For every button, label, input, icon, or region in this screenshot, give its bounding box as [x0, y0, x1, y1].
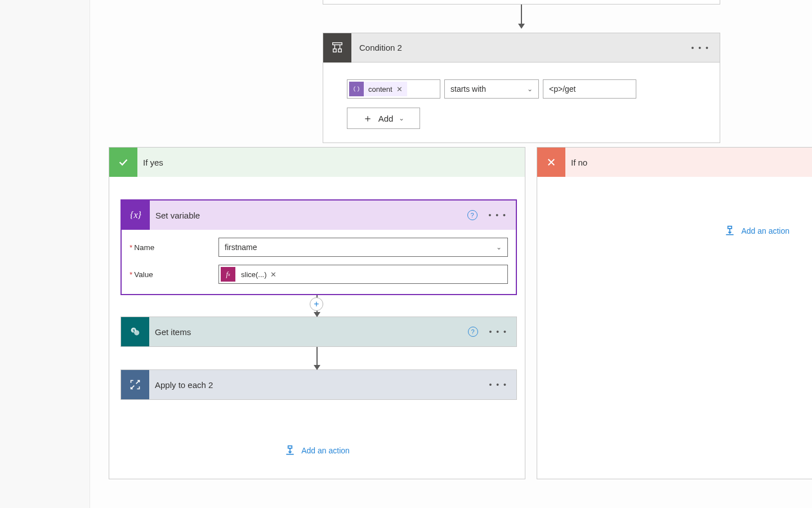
condition-value-input[interactable]: <p>/get [543, 79, 636, 99]
name-label: *Name [130, 243, 218, 252]
if-no-body: Add an action [537, 177, 812, 260]
variable-name-select[interactable]: firstname ⌄ [218, 238, 508, 257]
get-items-title: Get items [149, 327, 191, 337]
chevron-down-icon: ⌄ [527, 85, 533, 93]
condition-title: Condition 2 [351, 43, 402, 52]
set-variable-card[interactable]: {x} Set variable ? • • • *Name firstname [121, 199, 517, 295]
add-label: Add [378, 114, 394, 123]
help-icon[interactable]: ? [468, 327, 478, 337]
set-variable-title: Set variable [150, 211, 200, 220]
if-yes-header[interactable]: If yes [109, 148, 525, 177]
variable-icon: {x} [122, 200, 150, 230]
condition-value-text: <p>/get [549, 84, 576, 93]
connector [316, 347, 318, 369]
value-label: *Value [130, 270, 218, 279]
if-no-title: If no [565, 158, 587, 167]
fx-icon: fx [221, 267, 235, 282]
if-yes-branch: If yes {x} Set variable ? • • • [109, 147, 525, 479]
expression-token[interactable]: fx slice(...) ✕ [221, 267, 280, 282]
help-icon[interactable]: ? [467, 210, 478, 220]
svg-rect-3 [333, 48, 337, 52]
condition-body: content ✕ starts with ⌄ <p>/get ＋ Add ⌄ [323, 63, 720, 142]
connector-arrow [521, 5, 522, 28]
add-action-label: Add an action [741, 226, 789, 235]
close-icon [537, 148, 565, 177]
add-action-button[interactable]: Add an action [121, 445, 514, 456]
expression-label: slice(...) [235, 270, 270, 279]
more-menu-icon[interactable]: • • • [489, 380, 507, 389]
remove-expression-icon[interactable]: ✕ [270, 270, 276, 279]
svg-rect-0 [333, 42, 342, 44]
add-action-button[interactable]: Add an action [724, 225, 789, 237]
condition-row: content ✕ starts with ⌄ <p>/get [347, 79, 696, 99]
add-action-label: Add an action [301, 446, 350, 455]
check-icon [109, 148, 137, 177]
if-no-header[interactable]: If no [537, 148, 812, 177]
previous-action-stub [323, 0, 720, 5]
variable-value-input[interactable]: fx slice(...) ✕ [218, 265, 508, 284]
if-no-branch: If no Add an action [537, 147, 812, 479]
flow-canvas: Condition 2 • • • content ✕ [90, 0, 812, 508]
token-label: content [368, 85, 392, 93]
connector: + [316, 295, 318, 317]
svg-text:S: S [132, 328, 135, 333]
insert-step-button[interactable]: + [310, 297, 323, 311]
add-condition-button[interactable]: ＋ Add ⌄ [347, 108, 420, 129]
set-variable-body: *Name firstname ⌄ *Value fx sl [122, 230, 516, 294]
operator-value: starts with [450, 84, 486, 93]
condition-icon [323, 33, 351, 63]
if-yes-title: If yes [137, 158, 163, 167]
content-token[interactable]: content ✕ [349, 82, 407, 96]
condition-card[interactable]: Condition 2 • • • content ✕ [323, 33, 720, 143]
branches-container: If yes {x} Set variable ? • • • [109, 147, 812, 479]
apply-to-each-card[interactable]: Apply to each 2 • • • [121, 369, 517, 400]
svg-rect-8 [288, 446, 292, 448]
apply-to-each-header[interactable]: Apply to each 2 • • • [121, 370, 516, 399]
sharepoint-icon: S [121, 317, 149, 346]
dynamic-content-icon [349, 82, 364, 96]
more-menu-icon[interactable]: • • • [489, 211, 507, 220]
operator-select[interactable]: starts with ⌄ [444, 79, 539, 99]
svg-rect-13 [728, 226, 732, 229]
set-variable-header[interactable]: {x} Set variable ? • • • [122, 200, 516, 230]
get-items-header[interactable]: S Get items ? • • • [121, 317, 516, 346]
plus-icon: ＋ [363, 112, 373, 125]
chevron-down-icon: ⌄ [496, 243, 502, 251]
condition-header[interactable]: Condition 2 • • • [323, 33, 720, 63]
if-yes-body: {x} Set variable ? • • • *Name firstname [109, 177, 525, 479]
variable-name-value: firstname [225, 243, 257, 252]
remove-token-icon[interactable]: ✕ [396, 85, 403, 93]
loop-icon [121, 370, 149, 399]
svg-rect-4 [338, 48, 342, 52]
condition-left-operand[interactable]: content ✕ [347, 79, 440, 99]
more-menu-icon[interactable]: • • • [691, 43, 710, 52]
apply-to-each-title: Apply to each 2 [149, 380, 213, 390]
chevron-down-icon: ⌄ [399, 114, 404, 122]
left-panel [0, 0, 90, 508]
more-menu-icon[interactable]: • • • [489, 327, 507, 336]
get-items-card[interactable]: S Get items ? • • • [121, 317, 517, 347]
